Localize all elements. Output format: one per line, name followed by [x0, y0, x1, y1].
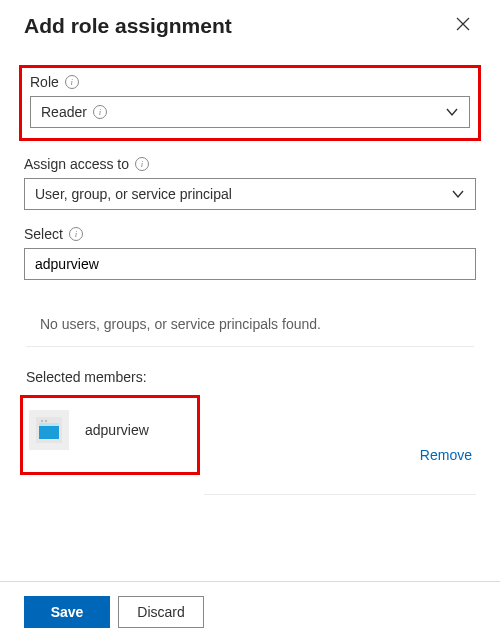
member-row: adpurview	[23, 410, 197, 450]
role-label-row: Role i	[30, 74, 470, 90]
assign-access-group: Assign access to i User, group, or servi…	[24, 156, 476, 210]
role-value: Reader	[41, 104, 87, 120]
info-icon[interactable]: i	[69, 227, 83, 241]
footer: Save Discard	[24, 596, 204, 628]
chevron-down-icon	[451, 187, 465, 201]
select-label-row: Select i	[24, 226, 476, 242]
header: Add role assignment	[24, 10, 476, 42]
member-actions: Remove	[204, 435, 476, 495]
save-button[interactable]: Save	[24, 596, 110, 628]
page-title: Add role assignment	[24, 14, 232, 38]
selected-members-box: adpurview	[20, 395, 200, 475]
assign-value: User, group, or service principal	[35, 186, 232, 202]
info-icon[interactable]: i	[93, 105, 107, 119]
svg-point-4	[45, 420, 47, 422]
assign-label-row: Assign access to i	[24, 156, 476, 172]
app-icon	[29, 410, 69, 450]
discard-button[interactable]: Discard	[118, 596, 204, 628]
svg-point-3	[41, 420, 43, 422]
footer-separator	[0, 581, 500, 582]
chevron-down-icon	[445, 105, 459, 119]
remove-link[interactable]: Remove	[420, 447, 472, 463]
no-results-message: No users, groups, or service principals …	[26, 296, 474, 347]
member-name: adpurview	[85, 422, 149, 438]
close-icon[interactable]	[450, 10, 476, 42]
info-icon[interactable]: i	[135, 157, 149, 171]
add-role-assignment-panel: Add role assignment Role i Reader i Assi…	[0, 0, 500, 642]
assign-label: Assign access to	[24, 156, 129, 172]
role-select[interactable]: Reader i	[30, 96, 470, 128]
select-input[interactable]	[24, 248, 476, 280]
select-group: Select i	[24, 226, 476, 280]
svg-rect-2	[39, 423, 59, 426]
role-label: Role	[30, 74, 59, 90]
assign-access-select[interactable]: User, group, or service principal	[24, 178, 476, 210]
selected-members-label: Selected members:	[26, 369, 476, 385]
role-group: Role i Reader i	[24, 70, 476, 136]
info-icon[interactable]: i	[65, 75, 79, 89]
select-label: Select	[24, 226, 63, 242]
